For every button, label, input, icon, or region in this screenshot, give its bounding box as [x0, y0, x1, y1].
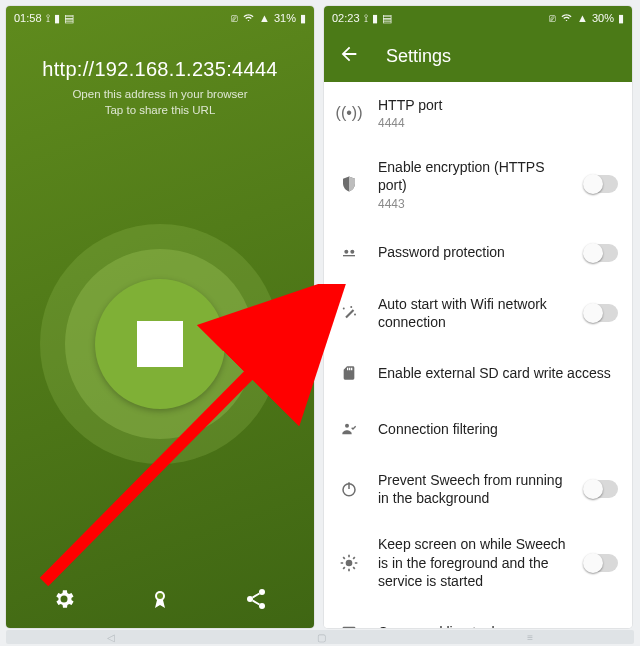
badge-icon	[148, 587, 172, 611]
signal-icon: ▲	[577, 12, 588, 24]
power-icon	[338, 480, 360, 498]
appbar-title: Settings	[386, 46, 451, 67]
svg-point-14	[346, 559, 353, 566]
settings-list[interactable]: ((•)) HTTP port 4444 Enable encryption (…	[324, 82, 632, 628]
more-icon: ▤	[382, 12, 392, 25]
url-block[interactable]: http://192.168.1.235:4444 Open this addr…	[6, 58, 314, 118]
gear-icon	[52, 587, 76, 611]
status-time: 01:58	[14, 12, 42, 24]
settings-button[interactable]	[52, 587, 76, 611]
svg-point-5	[344, 249, 348, 253]
svg-point-9	[350, 306, 352, 308]
location-icon: ⟟	[364, 12, 368, 25]
terminal-icon	[338, 625, 360, 628]
battery-icon: ▮	[618, 12, 624, 25]
arrow-back-icon	[338, 43, 360, 65]
toggle-prevent[interactable]	[584, 480, 618, 498]
share-icon	[244, 587, 268, 611]
back-button[interactable]	[338, 43, 360, 70]
location-icon: ⟟	[46, 12, 50, 25]
status-bar-left: 01:58 ⟟ ▮ ▤ ⎚ ▲ 31% ▮	[6, 6, 314, 30]
svg-point-8	[343, 307, 345, 309]
toggle-password[interactable]	[584, 244, 618, 262]
toggle-keepscreen[interactable]	[584, 554, 618, 572]
settings-screen: 02:23 ⟟ ▮ ▤ ⎚ ▲ 30% ▮ Settings	[324, 6, 632, 628]
server-url: http://192.168.1.235:4444	[6, 58, 314, 81]
nav-recents-icon[interactable]: ≡	[527, 632, 533, 643]
nav-back-icon[interactable]: ◁	[107, 632, 115, 643]
svg-point-10	[354, 313, 356, 315]
app-bar: Settings	[324, 30, 632, 82]
status-time: 02:23	[332, 12, 360, 24]
svg-point-1	[157, 593, 163, 599]
toggle-autostart[interactable]	[584, 304, 618, 322]
person-check-icon	[338, 421, 360, 437]
wifi-icon	[242, 13, 255, 24]
row-keepscreen[interactable]: Keep screen on while Sweech is in the fo…	[324, 521, 632, 604]
share-button[interactable]	[244, 587, 268, 611]
row-https[interactable]: Enable encryption (HTTPS port) 4443	[324, 144, 632, 224]
svg-point-11	[345, 424, 349, 428]
toggle-https[interactable]	[584, 175, 618, 193]
battery-text: 31%	[274, 12, 296, 24]
row-filter[interactable]: Connection filtering	[324, 401, 632, 457]
bottom-toolbar	[6, 570, 314, 628]
sdcard-icon	[338, 363, 360, 383]
system-nav-bar: ◁ ▢ ≡	[6, 630, 634, 644]
cast-icon: ⎚	[549, 12, 556, 24]
wifi-icon	[560, 13, 573, 24]
row-prevent-bg[interactable]: Prevent Sweech from running in the backg…	[324, 457, 632, 521]
status-bar-right: 02:23 ⟟ ▮ ▤ ⎚ ▲ 30% ▮	[324, 6, 632, 30]
sim-icon: ▮	[54, 12, 60, 25]
svg-point-2	[259, 589, 265, 595]
cast-icon: ⎚	[231, 12, 238, 24]
antenna-icon: ((•))	[338, 104, 360, 122]
key-icon	[338, 245, 360, 261]
svg-rect-7	[343, 255, 355, 256]
row-sdcard[interactable]: Enable external SD card write access	[324, 345, 632, 401]
row-autostart[interactable]: Auto start with Wifi network connection	[324, 281, 632, 345]
svg-line-21	[343, 567, 345, 569]
main-button-area	[6, 118, 314, 570]
shield-icon	[338, 174, 360, 194]
battery-text: 30%	[592, 12, 614, 24]
wand-icon	[338, 304, 360, 322]
signal-icon: ▲	[259, 12, 270, 24]
svg-line-22	[353, 557, 355, 559]
more-icon: ▤	[64, 12, 74, 25]
svg-line-19	[343, 557, 345, 559]
svg-line-20	[353, 567, 355, 569]
battery-icon: ▮	[300, 12, 306, 25]
row-password[interactable]: Password protection	[324, 225, 632, 281]
svg-rect-23	[343, 627, 355, 628]
stop-icon	[137, 321, 183, 367]
badge-button[interactable]	[148, 587, 172, 611]
svg-point-3	[247, 596, 253, 602]
brightness-icon	[338, 553, 360, 573]
row-cli[interactable]: Command line tool	[324, 604, 632, 628]
svg-point-6	[350, 249, 354, 253]
main-screen: 01:58 ⟟ ▮ ▤ ⎚ ▲ 31% ▮ http://192.168.1.2…	[6, 6, 314, 628]
url-hint: Open this address in your browser Tap to…	[6, 87, 314, 118]
sim-icon: ▮	[372, 12, 378, 25]
svg-point-4	[259, 603, 265, 609]
row-http-port[interactable]: ((•)) HTTP port 4444	[324, 82, 632, 144]
nav-home-icon[interactable]: ▢	[317, 632, 326, 643]
